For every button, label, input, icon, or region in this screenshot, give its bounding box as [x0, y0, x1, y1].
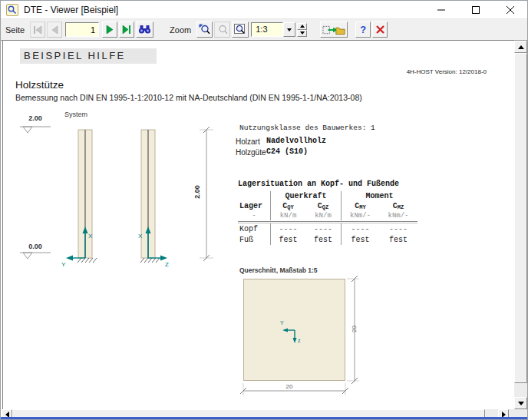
spinner-up-button[interactable] — [297, 23, 307, 30]
export-button[interactable] — [320, 21, 348, 38]
vertical-scroll-thumb[interactable] — [514, 53, 527, 383]
zoom-fit-button[interactable] — [232, 21, 249, 38]
zoom-scale-spinner — [297, 23, 307, 37]
document-page: BEISPIEL HILFE 4H-HOST Version: 12/2018-… — [2, 40, 514, 409]
window-title: DTE - Viewer [Beispiel] — [24, 5, 118, 15]
row-kopf-cqy: ---- — [270, 223, 305, 234]
row-fuss-label: Fuß — [238, 234, 270, 245]
zoom-label: Zoom — [170, 25, 191, 35]
title-bar: DTE - Viewer [Beispiel] — [1, 1, 527, 19]
elevation-top-marker-icon — [23, 127, 32, 133]
section-width-dimension: 20 — [274, 383, 305, 390]
zoom-out-button[interactable] — [214, 21, 230, 38]
col-header-cqy: CQY — [270, 201, 305, 211]
col-header-cmz: CMZ — [379, 201, 417, 211]
close-icon — [507, 6, 514, 14]
row-fuss-cqz: fest — [305, 234, 341, 245]
toolbar: Seite Zoom + 1:3 — [1, 19, 527, 41]
holzguete-label: Holzgüte — [236, 148, 266, 157]
maximize-icon — [472, 6, 480, 14]
section-axis-y-label: Y — [280, 320, 284, 326]
support-hatch-side — [140, 258, 160, 263]
row-kopf-label: Kopf — [238, 223, 270, 234]
zoom-out-icon — [216, 24, 228, 35]
next-page-icon — [106, 25, 114, 34]
previous-page-icon — [51, 26, 58, 34]
system-diagram — [3, 110, 226, 275]
page-label: Seite — [5, 25, 25, 35]
page-number-input[interactable] — [65, 22, 99, 37]
previous-page-button[interactable] — [47, 21, 62, 38]
first-page-icon — [33, 26, 42, 34]
axis-z-label: Z — [165, 261, 169, 268]
scroll-down-icon — [518, 402, 524, 405]
group-header-querkraft: Querkraft — [270, 191, 341, 201]
search-button[interactable] — [136, 21, 153, 38]
spinner-down-icon — [300, 31, 305, 35]
document-title: Holzstütze — [15, 79, 64, 91]
row-fuss-cqy: fest — [270, 234, 305, 245]
export-folder-icon — [322, 24, 345, 36]
spinner-up-icon — [300, 25, 305, 28]
usage-class-text: Nutzungsklasse des Bauwerkes: 1 — [239, 124, 375, 132]
vertical-scrollbar[interactable] — [514, 41, 527, 409]
axis-z-arrow — [160, 256, 167, 261]
unit-cqz: kN/m — [305, 211, 341, 220]
scroll-down-button[interactable] — [514, 397, 527, 409]
zoom-in-icon: + — [199, 24, 210, 35]
unit-lager: - — [238, 211, 270, 220]
binoculars-icon — [138, 25, 151, 35]
red-x-icon — [375, 25, 385, 35]
holzart-value: Nadelvollholz — [266, 137, 326, 145]
help-button[interactable]: ? — [355, 21, 371, 38]
holzart-label: Holzart — [236, 137, 260, 146]
zoom-in-button[interactable]: + — [196, 21, 213, 38]
axis-y-label: Y — [61, 261, 65, 268]
next-page-button[interactable] — [102, 21, 117, 38]
zoom-scale-dropdown-button[interactable] — [283, 22, 295, 37]
viewer-window: DTE - Viewer [Beispiel] Seite Zoom — [0, 0, 528, 420]
unit-cmz: kNm/- — [379, 211, 417, 220]
maximize-button[interactable] — [458, 1, 493, 18]
holzguete-value: C24 (S10) — [266, 147, 308, 156]
section-axis-z-arrow — [293, 338, 297, 343]
col-header-cqz: CQZ — [305, 201, 341, 211]
unit-cmy: kNm/- — [341, 211, 379, 220]
last-page-button[interactable] — [119, 21, 134, 38]
zoom-fit-icon — [234, 24, 246, 35]
version-text: 4H-HOST Version: 12/2018-0 — [256, 68, 487, 75]
scroll-up-button[interactable] — [514, 41, 527, 53]
scroll-up-icon — [518, 45, 524, 49]
axis-x-label-side: X — [138, 233, 142, 240]
chevron-down-icon — [287, 28, 292, 31]
support-hatch-front — [78, 258, 97, 263]
minimize-icon — [437, 6, 445, 14]
help-icon: ? — [360, 24, 366, 35]
axis-x-label-front: X — [88, 233, 92, 240]
minimize-button[interactable] — [424, 1, 458, 18]
section-height-dimension: 20 — [351, 314, 358, 345]
col-header-lager: Lager — [238, 201, 270, 211]
zoom-scale-value[interactable]: 1:3 — [251, 22, 283, 37]
axis-y-arrow — [66, 256, 73, 261]
window-bottom-border — [1, 417, 527, 419]
close-button[interactable] — [493, 1, 527, 18]
app-magnifier-icon — [6, 4, 18, 16]
unit-cqy: kN/m — [270, 211, 305, 220]
last-page-icon — [122, 25, 131, 34]
row-kopf-cqz: ---- — [305, 223, 341, 234]
close-viewer-button[interactable] — [372, 21, 388, 38]
section-axis-y-arrow — [282, 329, 288, 332]
first-page-button[interactable] — [30, 21, 45, 38]
document-banner: BEISPIEL HILFE — [20, 48, 157, 64]
bearing-table-title: Lagersituation an Kopf- und Fußende — [238, 180, 399, 188]
row-kopf-cmy: ---- — [341, 223, 379, 234]
spinner-down-button[interactable] — [297, 30, 307, 37]
col-header-cmy: CMY — [341, 201, 379, 211]
group-header-moment: Moment — [341, 191, 417, 201]
zoom-scale-combo[interactable]: 1:3 — [251, 22, 295, 37]
section-axis-z-label: z — [298, 338, 301, 343]
elevation-bottom-marker-icon — [23, 253, 32, 259]
document-subtitle: Bemessung nach DIN EN 1995-1-1:2010-12 m… — [15, 93, 362, 102]
row-fuss-cmy: fest — [341, 234, 379, 245]
